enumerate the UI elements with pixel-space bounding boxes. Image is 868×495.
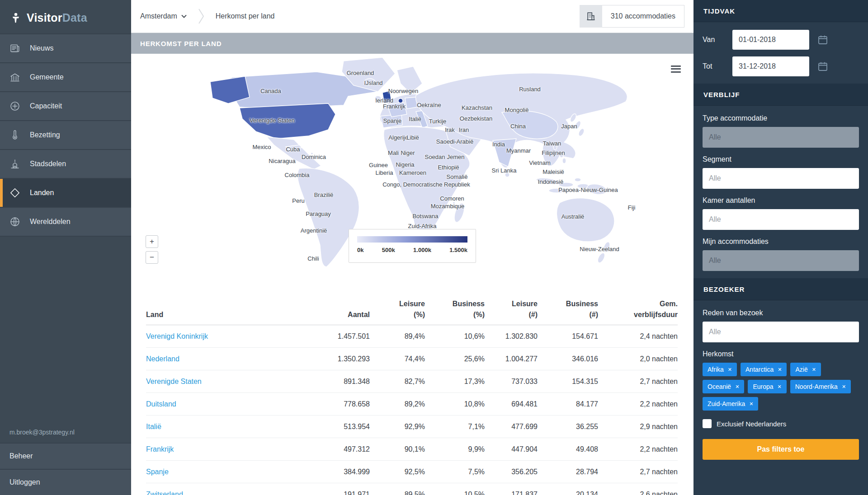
kamer-aantallen-input[interactable]: Alle [703, 209, 859, 230]
filter-label: Segment [703, 155, 859, 163]
table-row: Spanje384.99992,5%7,5%356.20528.7942,7 n… [146, 461, 678, 483]
sidebar-item-werelddelen[interactable]: Werelddelen [0, 208, 131, 237]
tag-remove-icon[interactable]: ✕ [778, 367, 782, 372]
exclusief-nederlanders-checkbox[interactable]: Exclusief Nederlanders [703, 419, 859, 428]
main-content: Amsterdam Herkomst per land 310 accommod… [131, 0, 693, 495]
table-row: Nederland1.350.29374,4%25,6%1.004.277346… [146, 348, 678, 370]
tag-remove-icon[interactable]: ✕ [842, 384, 846, 389]
table-cell: 84.177 [538, 400, 598, 408]
sidebar-item-label: Stadsdelen [30, 160, 66, 168]
herkomst-tag[interactable]: Noord-Amerika✕ [790, 380, 851, 393]
bezoeker-section: Reden van bezoek Alle Herkomst Afrika✕An… [693, 300, 868, 467]
uk-shape [382, 91, 392, 103]
tag-label: Afrika [708, 366, 724, 373]
filter-group-kamer-aantallen: Kamer aantallenAlle [703, 196, 859, 230]
sidebar-nav: NieuwsGemeenteCapaciteitBezettingStadsde… [0, 33, 131, 237]
tag-remove-icon[interactable]: ✕ [778, 384, 782, 389]
tot-calendar-button[interactable] [816, 59, 830, 74]
landen-icon [0, 187, 30, 198]
table-cell: 513.954 [291, 423, 370, 431]
reden-label: Reden van bezoek [703, 309, 859, 317]
table-row: Frankrijk497.31290,1%9,9%447.90449.4082,… [146, 438, 678, 461]
table-column-header: Business (%) [425, 299, 485, 320]
table-cell: 10,8% [425, 400, 485, 408]
herkomst-tag[interactable]: Zuid-Amerika✕ [703, 397, 758, 411]
visitordata-dashboard: VisitorData NieuwsGemeenteCapaciteitBeze… [0, 0, 868, 495]
tag-remove-icon[interactable]: ✕ [812, 367, 816, 372]
apply-filters-button[interactable]: Pas filters toe [703, 439, 859, 460]
countries-table: LandAantalLeisure (%)Business (%)Leisure… [131, 299, 693, 495]
netherlands-shape [398, 98, 403, 103]
sidebar-item-bezetting[interactable]: Bezetting [0, 121, 131, 150]
sidebar-item-beheer[interactable]: Beheer [0, 443, 131, 469]
zoom-in-button[interactable]: + [146, 235, 158, 248]
herkomst-tag[interactable]: Europa✕ [748, 380, 786, 393]
sidebar-item-stadsdelen[interactable]: Stadsdelen [0, 150, 131, 179]
herkomst-tag[interactable]: Antarctica✕ [741, 363, 787, 376]
capaciteit-icon [0, 101, 30, 112]
chevron-down-icon [181, 14, 187, 18]
panel-title: HERKOMST PER LAND [131, 33, 693, 54]
table-cell: 1.350.293 [291, 355, 370, 363]
tag-remove-icon[interactable]: ✕ [749, 402, 753, 406]
segment-input[interactable]: Alle [703, 168, 859, 189]
tag-label: Europa [753, 383, 773, 390]
country-link[interactable]: Zwitserland [146, 490, 291, 495]
tag-label: Oceanië [708, 383, 731, 390]
filter-label: Mijn accommodaties [703, 238, 859, 246]
app-logo[interactable]: VisitorData [0, 0, 131, 33]
accommodations-indicator[interactable]: 310 accommodaties [580, 5, 684, 28]
sidebar-item-label: Bezetting [30, 131, 60, 139]
herkomst-tag[interactable]: Azië✕ [790, 363, 821, 376]
country-link[interactable]: Duitsland [146, 400, 291, 408]
sidebar-item-gemeente[interactable]: Gemeente [0, 63, 131, 92]
table-cell: 2,6 nachten [598, 490, 678, 495]
country-link[interactable]: Verenigde Staten [146, 378, 291, 386]
country-link[interactable]: Frankrijk [146, 445, 291, 453]
sidebar-item-capaciteit[interactable]: Capaciteit [0, 92, 131, 121]
herkomst-tag[interactable]: Oceanië✕ [703, 380, 744, 393]
legend-labels: 0k500k1.000k1.500k [357, 247, 467, 253]
filter-group-segment: SegmentAlle [703, 155, 859, 189]
tag-remove-icon[interactable]: ✕ [735, 384, 739, 389]
tag-label: Azië [795, 366, 807, 373]
sidebar-item-uitloggen[interactable]: Uitloggen [0, 469, 131, 495]
world-map[interactable]: GroenlandIJslandNoorwegenCanadaRuslandIe… [131, 54, 693, 292]
table-cell: 778.658 [291, 400, 370, 408]
table-cell: 82,7% [370, 378, 425, 386]
sidebar-item-nieuws[interactable]: Nieuws [0, 33, 131, 63]
country-link[interactable]: Nederland [146, 355, 291, 363]
building-icon [580, 5, 602, 28]
country-link[interactable]: Spanje [146, 468, 291, 476]
tot-label: Tot [703, 62, 732, 70]
country-link[interactable]: Verenigd Koninkrijk [146, 332, 291, 341]
table-row: Duitsland778.65889,2%10,8%694.48184.1772… [146, 393, 678, 416]
table-cell: 2,7 nachten [598, 378, 678, 386]
herkomst-tag[interactable]: Afrika✕ [703, 363, 737, 376]
sidebar-item-landen[interactable]: Landen [0, 179, 131, 208]
werelddelen-icon [0, 216, 30, 227]
table-cell: 10,6% [425, 332, 485, 341]
table-column-header: Land [146, 299, 291, 320]
reden-van-bezoek-input[interactable]: Alle [703, 322, 859, 342]
tag-label: Antarctica [745, 366, 774, 373]
table-cell: 1.004.277 [485, 355, 538, 363]
tag-label: Zuid-Amerika [708, 400, 745, 407]
checkbox-label: Exclusief Nederlanders [717, 420, 786, 428]
tot-date-input[interactable]: 31-12-2018 [732, 56, 809, 76]
tag-remove-icon[interactable]: ✕ [728, 367, 732, 372]
table-cell: 154.671 [538, 332, 598, 341]
legend-tick-label: 0k [357, 247, 363, 253]
van-label: Van [703, 36, 732, 44]
chart-menu-icon[interactable] [671, 64, 681, 74]
van-date-input[interactable]: 01-01-2018 [732, 30, 809, 50]
table-cell: 2,7 nachten [598, 468, 678, 476]
zoom-out-button[interactable]: − [146, 251, 158, 264]
section-title-tijdvak: TIJDVAK [693, 0, 868, 22]
van-calendar-button[interactable] [816, 33, 830, 47]
checkbox-box[interactable] [703, 419, 712, 428]
country-link[interactable]: Italië [146, 423, 291, 431]
city-selector[interactable]: Amsterdam [140, 12, 187, 20]
table-cell: 10,5% [425, 490, 485, 495]
person-logo-icon [10, 12, 22, 24]
